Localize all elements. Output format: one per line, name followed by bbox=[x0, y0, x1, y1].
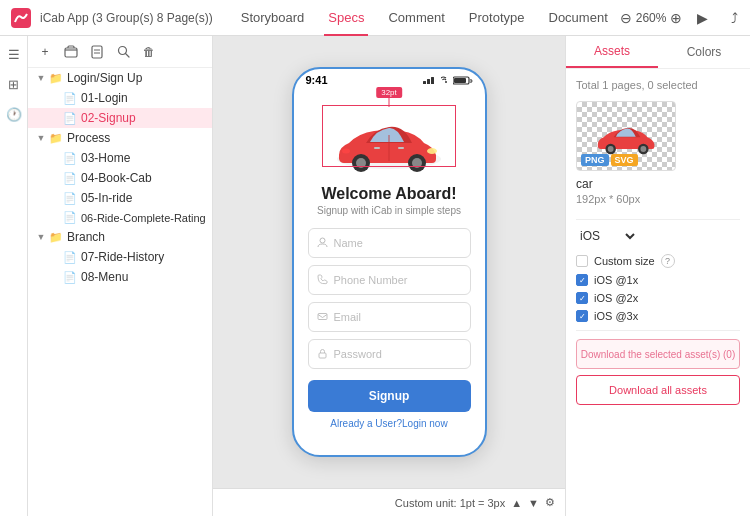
password-placeholder: Password bbox=[334, 348, 382, 360]
tree-item-04-book-cab[interactable]: 📄 04-Book-Cab bbox=[28, 168, 212, 188]
bottom-bar: Custom unit: 1pt = 3px ▲ ▼ ⚙ bbox=[213, 488, 565, 516]
tree-item-process[interactable]: ▼ 📁 Process bbox=[28, 128, 212, 148]
unit-label: Custom unit: 1pt = 3px bbox=[395, 497, 505, 509]
badge-png: PNG bbox=[581, 154, 609, 166]
ios3x-label: iOS @3x bbox=[594, 310, 638, 322]
divider bbox=[576, 219, 740, 220]
custom-size-checkbox[interactable] bbox=[576, 255, 588, 267]
tree-item-07-ride-history[interactable]: 📄 07-Ride-History bbox=[28, 247, 212, 267]
folder-icon: 📁 bbox=[48, 132, 64, 145]
zoom-control: ⊖ 260% ⊕ bbox=[620, 10, 683, 26]
car-area: 32pt bbox=[294, 95, 485, 179]
tree-item-01-login[interactable]: 📄 01-Login bbox=[28, 88, 212, 108]
ios3x-checkbox[interactable]: ✓ bbox=[576, 310, 588, 322]
tree-item-03-home[interactable]: 📄 03-Home bbox=[28, 148, 212, 168]
play-button[interactable]: ▶ bbox=[690, 6, 714, 30]
settings-icon[interactable]: ⚙ bbox=[545, 496, 555, 509]
ios2x-label: iOS @2x bbox=[594, 292, 638, 304]
nav-storyboard[interactable]: Storyboard bbox=[229, 0, 317, 36]
tree-item-branch[interactable]: ▼ 📁 Branch bbox=[28, 227, 212, 247]
platform-row: iOS Android Web bbox=[576, 228, 740, 244]
email-field[interactable]: Email bbox=[308, 302, 471, 332]
svg-rect-2 bbox=[92, 46, 102, 58]
folder-icon: 📁 bbox=[48, 72, 64, 85]
tab-assets[interactable]: Assets bbox=[566, 36, 658, 68]
tree-label: 06-Ride-Complete-Rating bbox=[81, 212, 206, 224]
email-icon bbox=[317, 311, 328, 324]
zoom-level: 260% bbox=[636, 11, 667, 25]
ios2x-checkbox[interactable]: ✓ bbox=[576, 292, 588, 304]
tree-label: Branch bbox=[67, 230, 206, 244]
arrow-down-icon[interactable]: ▼ bbox=[528, 497, 539, 509]
top-bar: iCab App (3 Group(s) 8 Page(s)) Storyboa… bbox=[0, 0, 750, 36]
selection-box bbox=[322, 105, 456, 167]
search-button[interactable] bbox=[112, 41, 134, 63]
left-panel: + 🗑 ▼ 📁 Login/Sign Up 📄 01-Login bbox=[28, 36, 213, 516]
right-panel-content: Total 1 pages, 0 selected PNG SVG car 19… bbox=[566, 69, 750, 516]
asset-size: 192px * 60px bbox=[576, 193, 740, 205]
trash-button[interactable]: 🗑 bbox=[138, 41, 160, 63]
nav-comment[interactable]: Comment bbox=[376, 0, 456, 36]
asset-badges: PNG SVG bbox=[581, 154, 638, 166]
custom-size-row: Custom size ? bbox=[576, 254, 740, 268]
page-icon: 📄 bbox=[62, 112, 78, 125]
tree-item-login-signup[interactable]: ▼ 📁 Login/Sign Up bbox=[28, 68, 212, 88]
file-button[interactable] bbox=[86, 41, 108, 63]
name-field[interactable]: Name bbox=[308, 228, 471, 258]
welcome-title: Welcome Aboard! bbox=[294, 185, 485, 203]
welcome-section: Welcome Aboard! Signup with iCab in simp… bbox=[294, 185, 485, 216]
clock-icon[interactable]: 🕐 bbox=[2, 102, 26, 126]
layers-icon[interactable]: ☰ bbox=[2, 42, 26, 66]
page-icon: 📄 bbox=[62, 251, 78, 264]
sidebar-icons: ☰ ⊞ 🕐 bbox=[0, 36, 28, 516]
expand-arrow: ▼ bbox=[34, 73, 48, 83]
main-layout: ☰ ⊞ 🕐 + 🗑 ▼ 📁 Login/Sign Up bbox=[0, 36, 750, 516]
page-icon: 📄 bbox=[62, 172, 78, 185]
download-all-button[interactable]: Download all assets bbox=[576, 375, 740, 405]
asset-info: Total 1 pages, 0 selected bbox=[576, 79, 740, 91]
platform-select[interactable]: iOS Android Web bbox=[576, 228, 638, 244]
status-icons bbox=[423, 75, 473, 85]
tree-item-02-signup[interactable]: 📄 02-Signup bbox=[28, 108, 212, 128]
svg-point-10 bbox=[445, 81, 447, 83]
svg-rect-12 bbox=[454, 78, 466, 83]
zoom-plus-icon[interactable]: ⊕ bbox=[670, 10, 682, 26]
asset-preview-car bbox=[587, 121, 667, 156]
nav-specs[interactable]: Specs bbox=[316, 0, 376, 36]
tab-colors[interactable]: Colors bbox=[658, 36, 750, 68]
ios3x-row: ✓ iOS @3x bbox=[576, 310, 740, 322]
welcome-subtitle: Signup with iCab in simple steps bbox=[294, 205, 485, 216]
tree-label: Login/Sign Up bbox=[67, 71, 206, 85]
arrow-up-icon[interactable]: ▲ bbox=[511, 497, 522, 509]
tree-item-05-in-ride[interactable]: 📄 05-In-ride bbox=[28, 188, 212, 208]
badge-svg: SVG bbox=[611, 154, 638, 166]
login-link[interactable]: Login now bbox=[402, 418, 448, 429]
folder-button[interactable] bbox=[60, 41, 82, 63]
grid-icon[interactable]: ⊞ bbox=[2, 72, 26, 96]
svg-rect-8 bbox=[427, 79, 430, 84]
ios1x-checkbox[interactable]: ✓ bbox=[576, 274, 588, 286]
login-link-row: Already a User?Login now bbox=[308, 418, 471, 429]
tree-label: 02-Signup bbox=[81, 111, 206, 125]
asset-name: car bbox=[576, 177, 740, 191]
name-placeholder: Name bbox=[334, 237, 363, 249]
app-title: iCab App (3 Group(s) 8 Page(s)) bbox=[40, 11, 213, 25]
share-icon[interactable]: ⤴ bbox=[722, 6, 746, 30]
nav-prototype[interactable]: Prototype bbox=[457, 0, 537, 36]
phone-field[interactable]: Phone Number bbox=[308, 265, 471, 295]
password-field[interactable]: Password bbox=[308, 339, 471, 369]
tree-item-08-menu[interactable]: 📄 08-Menu bbox=[28, 267, 212, 287]
download-selected-button[interactable]: Download the selected asset(s) (0) bbox=[576, 339, 740, 369]
nav-document[interactable]: Document bbox=[537, 0, 620, 36]
info-icon[interactable]: ? bbox=[661, 254, 675, 268]
signup-button[interactable]: Signup bbox=[308, 380, 471, 412]
svg-point-29 bbox=[640, 146, 646, 152]
status-time: 9:41 bbox=[306, 74, 328, 86]
page-icon: 📄 bbox=[62, 271, 78, 284]
tree-item-06-ride-complete[interactable]: 📄 06-Ride-Complete-Rating bbox=[28, 208, 212, 227]
add-button[interactable]: + bbox=[34, 41, 56, 63]
tree-label: 07-Ride-History bbox=[81, 250, 206, 264]
ios1x-row: ✓ iOS @1x bbox=[576, 274, 740, 286]
page-icon: 📄 bbox=[62, 92, 78, 105]
zoom-minus-icon[interactable]: ⊖ bbox=[620, 10, 632, 26]
